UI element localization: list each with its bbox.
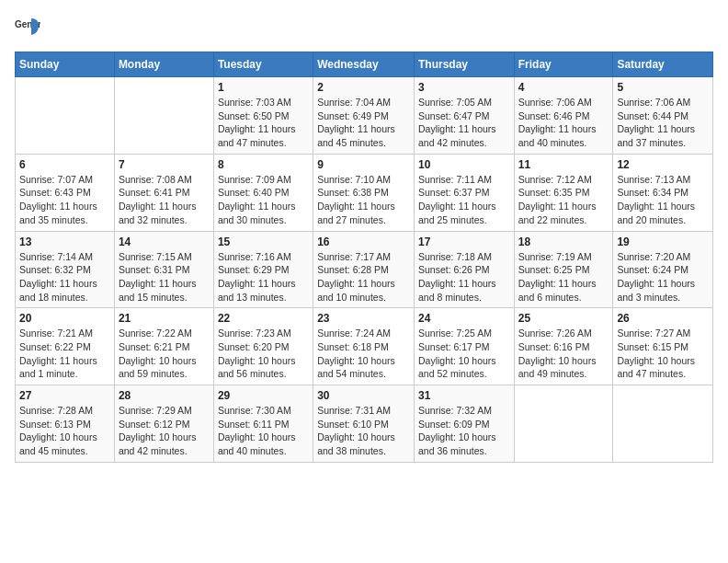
week-row-4: 27Sunrise: 7:28 AMSunset: 6:13 PMDayligh… — [16, 385, 713, 463]
day-number: 6 — [19, 158, 110, 171]
calendar-cell: 9Sunrise: 7:10 AMSunset: 6:38 PMDaylight… — [313, 154, 415, 231]
calendar-cell: 22Sunrise: 7:23 AMSunset: 6:20 PMDayligh… — [213, 308, 313, 385]
day-info: Sunrise: 7:32 AMSunset: 6:09 PMDaylight:… — [418, 404, 510, 458]
day-number: 5 — [617, 81, 709, 94]
day-number: 21 — [119, 312, 210, 325]
day-number: 17 — [418, 236, 510, 248]
day-info: Sunrise: 7:26 AMSunset: 6:16 PMDaylight:… — [518, 327, 609, 381]
calendar-cell: 2Sunrise: 7:04 AMSunset: 6:49 PMDaylight… — [313, 77, 415, 155]
header-thursday: Thursday — [414, 52, 514, 77]
calendar-cell: 3Sunrise: 7:05 AMSunset: 6:47 PMDaylight… — [414, 77, 514, 155]
day-number: 19 — [617, 236, 709, 248]
day-number: 2 — [317, 81, 410, 94]
day-number: 31 — [418, 389, 510, 402]
calendar-cell — [514, 385, 613, 463]
day-info: Sunrise: 7:20 AMSunset: 6:24 PMDaylight:… — [617, 250, 709, 304]
day-info: Sunrise: 7:19 AMSunset: 6:25 PMDaylight:… — [518, 250, 609, 304]
logo: General — [15, 15, 44, 40]
day-info: Sunrise: 7:31 AMSunset: 6:10 PMDaylight:… — [317, 404, 410, 458]
calendar-table: SundayMondayTuesdayWednesdayThursdayFrid… — [15, 52, 713, 463]
calendar-cell: 28Sunrise: 7:29 AMSunset: 6:12 PMDayligh… — [114, 385, 213, 463]
day-number: 12 — [617, 158, 709, 171]
calendar-cell: 11Sunrise: 7:12 AMSunset: 6:35 PMDayligh… — [514, 154, 613, 231]
day-info: Sunrise: 7:09 AMSunset: 6:40 PMDaylight:… — [218, 173, 309, 227]
day-info: Sunrise: 7:07 AMSunset: 6:43 PMDaylight:… — [19, 173, 110, 227]
calendar-cell: 21Sunrise: 7:22 AMSunset: 6:21 PMDayligh… — [114, 308, 213, 385]
day-info: Sunrise: 7:14 AMSunset: 6:32 PMDaylight:… — [19, 250, 110, 304]
day-number: 8 — [218, 158, 309, 171]
day-info: Sunrise: 7:28 AMSunset: 6:13 PMDaylight:… — [19, 404, 110, 458]
day-number: 22 — [218, 312, 309, 325]
day-number: 13 — [19, 236, 110, 248]
day-info: Sunrise: 7:06 AMSunset: 6:44 PMDaylight:… — [617, 96, 709, 150]
day-number: 11 — [518, 158, 609, 171]
day-info: Sunrise: 7:24 AMSunset: 6:18 PMDaylight:… — [317, 327, 410, 381]
day-info: Sunrise: 7:29 AMSunset: 6:12 PMDaylight:… — [119, 404, 210, 458]
day-number: 30 — [317, 389, 410, 402]
calendar-body: 1Sunrise: 7:03 AMSunset: 6:50 PMDaylight… — [16, 77, 713, 463]
day-number: 27 — [19, 389, 110, 402]
day-number: 20 — [19, 312, 110, 325]
calendar-cell — [16, 77, 115, 155]
day-info: Sunrise: 7:03 AMSunset: 6:50 PMDaylight:… — [218, 96, 309, 150]
calendar-cell: 30Sunrise: 7:31 AMSunset: 6:10 PMDayligh… — [313, 385, 415, 463]
week-row-2: 13Sunrise: 7:14 AMSunset: 6:32 PMDayligh… — [16, 231, 713, 308]
day-number: 3 — [418, 81, 510, 94]
day-info: Sunrise: 7:12 AMSunset: 6:35 PMDaylight:… — [518, 173, 609, 227]
calendar-cell: 4Sunrise: 7:06 AMSunset: 6:46 PMDaylight… — [514, 77, 613, 155]
header-saturday: Saturday — [613, 52, 713, 77]
calendar-cell: 15Sunrise: 7:16 AMSunset: 6:29 PMDayligh… — [213, 231, 313, 308]
week-row-3: 20Sunrise: 7:21 AMSunset: 6:22 PMDayligh… — [16, 308, 713, 385]
calendar-cell — [613, 385, 713, 463]
week-row-1: 6Sunrise: 7:07 AMSunset: 6:43 PMDaylight… — [16, 154, 713, 231]
day-info: Sunrise: 7:10 AMSunset: 6:38 PMDaylight:… — [317, 173, 410, 227]
day-number: 1 — [218, 81, 309, 94]
day-info: Sunrise: 7:04 AMSunset: 6:49 PMDaylight:… — [317, 96, 410, 150]
day-number: 14 — [119, 236, 210, 248]
day-number: 23 — [317, 312, 410, 325]
day-info: Sunrise: 7:27 AMSunset: 6:15 PMDaylight:… — [617, 327, 709, 381]
day-info: Sunrise: 7:30 AMSunset: 6:11 PMDaylight:… — [218, 404, 309, 458]
day-info: Sunrise: 7:22 AMSunset: 6:21 PMDaylight:… — [119, 327, 210, 381]
day-info: Sunrise: 7:21 AMSunset: 6:22 PMDaylight:… — [19, 327, 110, 381]
page-header: General — [15, 15, 713, 40]
day-info: Sunrise: 7:17 AMSunset: 6:28 PMDaylight:… — [317, 250, 410, 304]
header-tuesday: Tuesday — [213, 52, 313, 77]
calendar-cell: 12Sunrise: 7:13 AMSunset: 6:34 PMDayligh… — [613, 154, 713, 231]
day-info: Sunrise: 7:15 AMSunset: 6:31 PMDaylight:… — [119, 250, 210, 304]
logo-icon: General — [15, 15, 40, 40]
calendar-cell: 6Sunrise: 7:07 AMSunset: 6:43 PMDaylight… — [16, 154, 115, 231]
calendar-cell: 25Sunrise: 7:26 AMSunset: 6:16 PMDayligh… — [514, 308, 613, 385]
day-number: 18 — [518, 236, 609, 248]
calendar-cell: 31Sunrise: 7:32 AMSunset: 6:09 PMDayligh… — [414, 385, 514, 463]
day-info: Sunrise: 7:23 AMSunset: 6:20 PMDaylight:… — [218, 327, 309, 381]
day-number: 4 — [518, 81, 609, 94]
header-friday: Friday — [514, 52, 613, 77]
day-info: Sunrise: 7:06 AMSunset: 6:46 PMDaylight:… — [518, 96, 609, 150]
calendar-cell: 13Sunrise: 7:14 AMSunset: 6:32 PMDayligh… — [16, 231, 115, 308]
day-info: Sunrise: 7:11 AMSunset: 6:37 PMDaylight:… — [418, 173, 510, 227]
day-info: Sunrise: 7:16 AMSunset: 6:29 PMDaylight:… — [218, 250, 309, 304]
calendar-cell: 16Sunrise: 7:17 AMSunset: 6:28 PMDayligh… — [313, 231, 415, 308]
calendar-cell: 18Sunrise: 7:19 AMSunset: 6:25 PMDayligh… — [514, 231, 613, 308]
calendar-cell: 5Sunrise: 7:06 AMSunset: 6:44 PMDaylight… — [613, 77, 713, 155]
calendar-cell: 7Sunrise: 7:08 AMSunset: 6:41 PMDaylight… — [114, 154, 213, 231]
calendar-cell: 14Sunrise: 7:15 AMSunset: 6:31 PMDayligh… — [114, 231, 213, 308]
calendar-cell: 8Sunrise: 7:09 AMSunset: 6:40 PMDaylight… — [213, 154, 313, 231]
day-number: 29 — [218, 389, 309, 402]
day-number: 25 — [518, 312, 609, 325]
day-info: Sunrise: 7:18 AMSunset: 6:26 PMDaylight:… — [418, 250, 510, 304]
day-number: 26 — [617, 312, 709, 325]
day-number: 10 — [418, 158, 510, 171]
day-info: Sunrise: 7:25 AMSunset: 6:17 PMDaylight:… — [418, 327, 510, 381]
calendar-cell: 20Sunrise: 7:21 AMSunset: 6:22 PMDayligh… — [16, 308, 115, 385]
day-info: Sunrise: 7:05 AMSunset: 6:47 PMDaylight:… — [418, 96, 510, 150]
header-sunday: Sunday — [16, 52, 115, 77]
day-number: 7 — [119, 158, 210, 171]
calendar-cell: 24Sunrise: 7:25 AMSunset: 6:17 PMDayligh… — [414, 308, 514, 385]
calendar-cell: 26Sunrise: 7:27 AMSunset: 6:15 PMDayligh… — [613, 308, 713, 385]
week-row-0: 1Sunrise: 7:03 AMSunset: 6:50 PMDaylight… — [16, 77, 713, 155]
day-number: 15 — [218, 236, 309, 248]
calendar-cell — [114, 77, 213, 155]
day-number: 24 — [418, 312, 510, 325]
